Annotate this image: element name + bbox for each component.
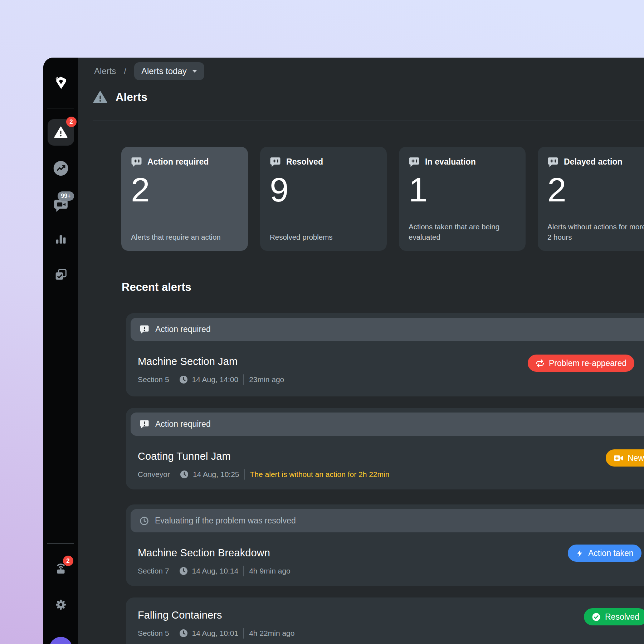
alert-location: Section 5 [138,629,169,638]
user-avatar[interactable]: WM [49,637,72,644]
sidebar-item-alerts[interactable]: 2 [48,119,74,146]
meta-divider [243,374,244,385]
sidebar-divider-top [47,108,74,108]
stat-description: Resolved problems [270,232,378,242]
stat-card-action-required[interactable]: Action required 2 Alerts that require an… [121,147,248,251]
status-badge-resolved: Resolved [584,608,644,625]
trend-circle-icon [53,161,68,176]
stat-value: 2 [547,172,644,207]
header-divider [93,121,644,121]
chat-count-badge: 99+ [58,191,74,201]
brand-logo-icon[interactable] [53,75,68,91]
alert-title: Coating Tunnel Jam [138,450,389,462]
badge-label: Resolved [605,612,639,622]
alert-square-icon [140,419,149,429]
stat-value: 1 [409,172,516,207]
gallery-check-icon [53,267,68,282]
sidebar-item-statistics[interactable] [54,232,67,245]
clock-icon [180,470,189,479]
alert-square-icon [140,325,149,334]
video-chat-icon: 99+ [53,197,68,212]
bolt-icon [576,549,584,557]
message-plus-icon [131,156,142,167]
sidebar-item-settings[interactable] [54,597,68,612]
status-badge-new: New [606,449,644,467]
alert-title: Falling Containers [138,609,294,621]
sidebar: 2 99+ [43,58,78,644]
message-plus-icon [409,156,420,167]
breadcrumb: Alerts / Alerts today [94,62,204,80]
alert-status-bar: Evaluating if the problem was resolved [131,509,644,532]
clock-icon [179,629,188,638]
alert-datetime: 14 Aug, 10:01 [192,629,239,638]
stat-label: Action required [147,157,209,167]
stat-label: In evaluation [425,157,476,167]
badge-label: Problem re-appeared [549,358,626,368]
alert-triangle-icon [93,91,107,104]
alert-location: Conveyor [138,470,170,479]
badge-label: New [628,453,644,463]
message-plus-icon [547,156,558,167]
stat-card-resolved[interactable]: Resolved 9 Resolved problems [260,147,387,251]
breadcrumb-current-label: Alerts today [141,66,187,76]
camera-plus-icon [614,454,623,462]
alert-row-machine-section-jam[interactable]: Action required Machine Section Jam Sect… [126,313,644,396]
monitoring-count-badge: 2 [63,556,73,566]
badge-label: Action taken [588,548,634,558]
gear-icon [54,597,68,612]
main-content: Alerts / Alerts today Alerts [78,58,644,644]
stat-label: Resolved [286,157,323,167]
alert-status-label: Action required [155,419,211,429]
page-header: Alerts [93,91,147,104]
stat-label: Delayed action [564,157,623,167]
meta-divider [244,469,245,480]
alert-age: 4h 9min ago [249,567,291,575]
alert-location: Section 5 [138,375,169,384]
alert-title: Machine Section Jam [138,356,284,367]
alert-age-warning: The alert is without an action for 2h 22… [250,470,390,479]
alert-datetime: 14 Aug, 10:25 [193,470,239,479]
sidebar-item-video-chat[interactable]: 99+ [53,197,68,212]
alert-datetime: 14 Aug, 14:00 [192,375,239,384]
alert-row-falling-containers[interactable]: Falling Containers Section 5 14 Aug, 10:… [126,597,644,644]
stat-card-delayed-action[interactable]: Delayed action 2 Alerts without actions … [538,147,644,251]
sidebar-item-gallery[interactable] [53,267,68,282]
alert-row-machine-section-breakdown[interactable]: Evaluating if the problem was resolved M… [126,504,644,586]
alert-triangle-icon [54,126,68,138]
stats-row: Action required 2 Alerts that require an… [121,147,644,251]
stat-description: Alerts without actions for more than 2 h… [547,222,644,242]
stat-value: 2 [131,172,238,207]
stat-description: Alerts that require an action [131,232,239,242]
alert-status-bar: Action required [131,318,644,341]
breadcrumb-separator: / [124,66,126,76]
broadcast-icon: 2 [53,560,68,575]
stat-card-in-evaluation[interactable]: In evaluation 1 Actions taken that are b… [399,147,526,251]
breadcrumb-root-link[interactable]: Alerts [94,66,116,76]
alert-status-label: Action required [155,325,211,334]
message-plus-icon [270,156,281,167]
alert-location: Section 7 [138,567,169,575]
alerts-count-badge: 2 [66,117,77,127]
alert-age: 4h 22min ago [249,629,294,638]
clock-outline-icon [140,516,149,526]
alert-datetime: 14 Aug, 10:14 [192,567,239,575]
app-window: 2 99+ [43,58,644,644]
alert-title: Machine Section Breakdown [138,547,291,559]
sidebar-item-monitoring[interactable]: 2 [53,560,68,575]
status-badge-problem-reappeared: Problem re-appeared [528,355,634,372]
sidebar-item-trends[interactable] [53,161,68,176]
chevron-down-icon [192,70,197,73]
meta-divider [243,566,244,576]
repeat-icon [536,359,545,368]
stat-value: 9 [270,172,377,207]
page-title: Alerts [116,91,147,104]
recent-alerts-heading: Recent alerts [122,281,191,294]
alert-row-coating-tunnel-jam[interactable]: Action required Coating Tunnel Jam Conve… [126,408,644,489]
sidebar-divider-bottom [47,543,74,544]
bar-chart-icon [54,232,67,245]
clock-icon [179,375,188,384]
clock-icon [179,566,188,576]
status-badge-action-taken: Action taken [568,545,641,562]
alert-status-label: Evaluating if the problem was resolved [155,516,296,526]
breadcrumb-filter-dropdown[interactable]: Alerts today [134,62,204,80]
